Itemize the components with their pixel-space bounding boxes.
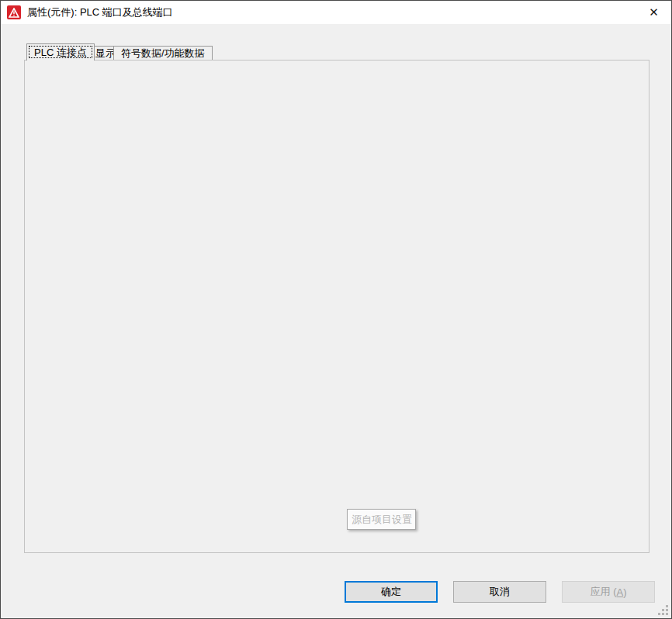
ok-button[interactable]: 确定 xyxy=(345,581,438,603)
tab-plc-connection-point[interactable]: PLC 连接点 xyxy=(26,43,95,61)
tab-symbol-function-data[interactable]: 符号数据/功能数据 xyxy=(113,46,213,61)
window-title: 属性(元件): PLC 端口及总线端口 xyxy=(27,5,173,19)
resize-grip[interactable] xyxy=(658,605,668,615)
tab-label: 符号数据/功能数据 xyxy=(121,47,205,61)
eplan-app-icon xyxy=(7,5,21,19)
tab-page xyxy=(24,60,649,553)
tab-label: PLC 连接点 xyxy=(34,46,87,60)
title-bar: 属性(元件): PLC 端口及总线端口 ✕ xyxy=(1,1,671,24)
apply-button: 应用 (A) xyxy=(562,581,655,603)
close-icon[interactable]: ✕ xyxy=(636,1,671,23)
tooltip: 源自项目设置 xyxy=(347,509,416,530)
properties-dialog: 属性(元件): PLC 端口及总线端口 ✕ PLC 连接点 显示 符号数据/功能… xyxy=(0,0,672,619)
cancel-button[interactable]: 取消 xyxy=(453,581,546,603)
